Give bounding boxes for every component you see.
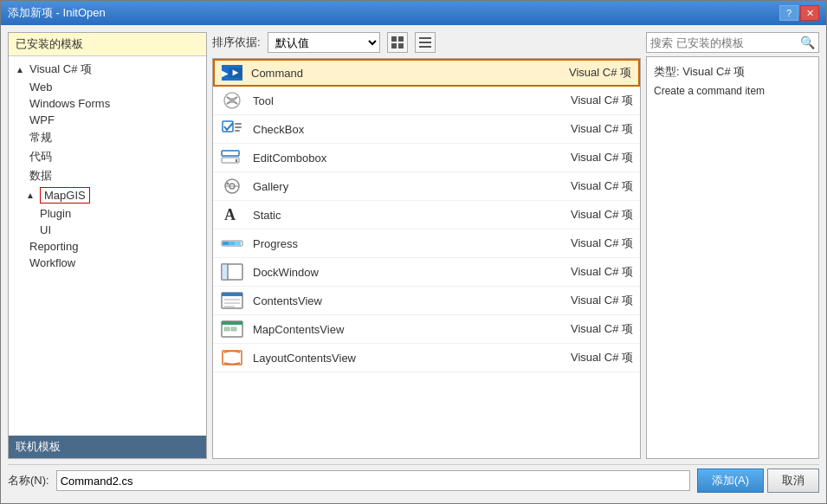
tree-item-workflow[interactable]: Workflow xyxy=(9,255,206,271)
add-button[interactable]: 添加(A) xyxy=(697,468,764,493)
svg-rect-42 xyxy=(223,351,242,365)
item-name-checkbox: CheckBox xyxy=(253,123,555,136)
filename-input[interactable] xyxy=(56,470,690,491)
info-type: 类型: Visual C# 项 xyxy=(654,64,811,80)
item-category-editcombobox: Visual C# 项 xyxy=(564,150,633,165)
main-window: 添加新项 - InitOpen ? ✕ 已安装的模板 ▲ Visual C# 项… xyxy=(0,0,827,504)
tree-label-winforms: Windows Forms xyxy=(29,97,110,110)
tree-item-shuju[interactable]: 数据 xyxy=(9,166,206,185)
item-category-command: Visual C# 项 xyxy=(562,65,631,81)
svg-point-23 xyxy=(227,183,229,185)
list-item-editcombobox[interactable]: EditCombobox Visual C# 项 xyxy=(213,144,640,172)
layoutcontentsview-icon xyxy=(220,348,244,367)
svg-rect-14 xyxy=(235,123,242,125)
list-item-gallery[interactable]: Gallery Visual C# 项 xyxy=(213,172,640,201)
svg-rect-5 xyxy=(419,42,431,43)
list-item-layoutcontentsview[interactable]: LayoutContentsView Visual C# 项 xyxy=(213,344,640,372)
svg-rect-29 xyxy=(235,242,241,245)
item-category-mapcontentsview: Visual C# 项 xyxy=(564,321,633,337)
svg-rect-1 xyxy=(398,36,404,42)
action-buttons: 添加(A) 取消 xyxy=(697,468,819,493)
svg-rect-40 xyxy=(224,327,229,331)
window-controls: ? ✕ xyxy=(779,5,819,21)
item-category-checkbox: Visual C# 项 xyxy=(564,121,633,137)
tree-label-workflow: Workflow xyxy=(29,256,75,269)
tree-item-changgui[interactable]: 常规 xyxy=(9,128,206,147)
bottom-bar: 名称(N): 添加(A) 取消 xyxy=(8,464,819,496)
tree-item-mapgis[interactable]: ▲ MapGIS xyxy=(9,185,206,205)
gallery-icon-svg xyxy=(221,177,243,196)
item-name-dockwindow: DockWindow xyxy=(253,266,555,279)
mapcontentsview-icon-svg xyxy=(221,320,243,339)
cancel-button[interactable]: 取消 xyxy=(767,468,819,493)
item-name-gallery: Gallery xyxy=(253,180,555,193)
dockwindow-icon-svg xyxy=(221,262,243,281)
tree-label-vcsharp: Visual C# 项 xyxy=(29,61,92,77)
checkbox-icon xyxy=(220,120,244,139)
view-list-button[interactable] xyxy=(415,32,436,53)
tree-item-vcsharp[interactable]: ▲ Visual C# 项 xyxy=(9,60,206,79)
item-name-mapcontentsview: MapContentsView xyxy=(253,323,555,336)
sort-select[interactable]: 默认值 名称 类型 xyxy=(268,32,380,53)
tree-item-ui[interactable]: UI xyxy=(9,222,206,238)
list-item-mapcontentsview[interactable]: MapContentsView Visual C# 项 xyxy=(213,315,640,344)
list-item-dockwindow[interactable]: DockWindow Visual C# 项 xyxy=(213,258,640,287)
tree-item-winforms[interactable]: Windows Forms xyxy=(9,95,206,112)
checkbox-icon-svg xyxy=(221,120,243,139)
static-icon: A xyxy=(220,205,244,224)
tree-item-reporting[interactable]: Reporting xyxy=(9,238,206,255)
tree-label-reporting: Reporting xyxy=(29,240,78,253)
list-view-icon xyxy=(418,36,432,49)
dockwindow-icon xyxy=(220,262,244,281)
tree-item-daima[interactable]: 代码 xyxy=(9,147,206,166)
list-item-progress[interactable]: Progress Visual C# 项 xyxy=(213,229,640,258)
expand-icon-mapgis: ▲ xyxy=(26,191,36,200)
svg-rect-27 xyxy=(223,242,229,245)
info-panel: 类型: Visual C# 项 Create a command item xyxy=(646,56,819,459)
svg-rect-34 xyxy=(222,293,242,296)
command-icon xyxy=(222,65,242,81)
item-name-progress: Progress xyxy=(253,237,555,250)
search-input[interactable] xyxy=(650,36,800,49)
sort-label: 排序依据: xyxy=(212,35,261,50)
progress-icon-svg xyxy=(221,234,243,253)
items-list: Command Visual C# 项 xyxy=(212,58,641,459)
item-name-contentsview: ContentsView xyxy=(253,294,555,307)
list-item-static[interactable]: A Static Visual C# 项 xyxy=(213,201,640,229)
svg-rect-39 xyxy=(222,321,242,325)
tool-icon xyxy=(220,91,244,110)
svg-point-12 xyxy=(229,98,235,103)
svg-rect-16 xyxy=(235,130,240,132)
tree-label-web: Web xyxy=(29,81,53,94)
command-icon-svg xyxy=(229,64,242,81)
list-item-checkbox[interactable]: CheckBox Visual C# 项 xyxy=(213,115,640,144)
search-icon[interactable]: 🔍 xyxy=(800,36,815,49)
tree-item-web[interactable]: Web xyxy=(9,79,206,95)
tree-area: ▲ Visual C# 项 Web Windows Forms WPF 常规 xyxy=(9,56,206,436)
item-name-layoutcontentsview: LayoutContentsView xyxy=(253,352,555,365)
editcombobox-icon-svg xyxy=(221,148,243,167)
list-item-tool[interactable]: Tool Visual C# 项 xyxy=(213,87,640,115)
tree-item-wpf[interactable]: WPF xyxy=(9,112,206,128)
expand-icon-vcsharp: ▲ xyxy=(16,65,26,74)
tool-icon-svg xyxy=(221,91,243,110)
tree-item-plugin[interactable]: Plugin xyxy=(9,205,206,222)
item-name-editcombobox: EditCombobox xyxy=(253,152,555,165)
layoutcontentsview-icon-svg xyxy=(221,348,243,367)
tree-label-ui: UI xyxy=(40,223,51,236)
svg-rect-3 xyxy=(398,43,404,48)
tree-label-daima: 代码 xyxy=(29,149,52,165)
svg-rect-28 xyxy=(229,242,235,245)
gallery-icon xyxy=(220,177,244,196)
name-label: 名称(N): xyxy=(8,473,49,488)
close-button[interactable]: ✕ xyxy=(800,5,819,21)
main-area: 已安装的模板 ▲ Visual C# 项 Web Windows Forms W… xyxy=(8,32,819,459)
list-item-command[interactable]: Command Visual C# 项 xyxy=(213,59,640,87)
editcombobox-icon xyxy=(220,148,244,167)
grid-view-icon xyxy=(391,36,404,49)
view-grid-button[interactable] xyxy=(387,32,408,53)
list-item-contentsview[interactable]: ContentsView Visual C# 项 xyxy=(213,287,640,315)
help-button[interactable]: ? xyxy=(779,5,798,21)
tree-label-shuju: 数据 xyxy=(29,168,52,184)
local-templates-section[interactable]: 联机模板 xyxy=(9,436,206,458)
